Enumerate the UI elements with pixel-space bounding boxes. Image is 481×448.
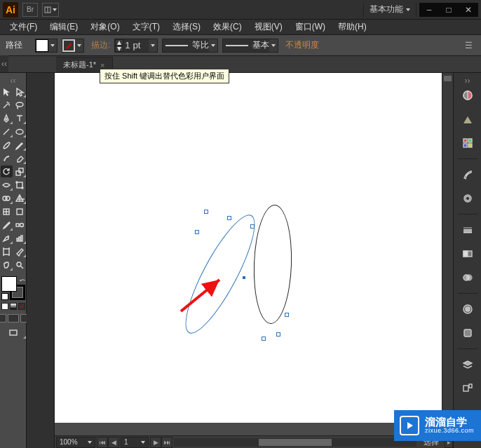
swatches-panel-icon[interactable]	[458, 133, 477, 153]
selection-center[interactable]	[243, 276, 245, 279]
line-tool[interactable]	[1, 125, 13, 137]
width-tool[interactable]	[1, 179, 13, 191]
pen-tool[interactable]	[1, 112, 13, 124]
chevron-down-icon[interactable]	[75, 39, 83, 52]
eyedropper-tool[interactable]	[1, 219, 13, 231]
direct-selection-tool[interactable]	[14, 86, 26, 97]
artboard-next[interactable]: ▶	[150, 437, 161, 448]
color-mode-none[interactable]	[18, 303, 25, 310]
artboard-prev[interactable]: ◀	[108, 437, 119, 448]
mesh-tool[interactable]	[1, 205, 13, 217]
vertical-scrollbar[interactable]	[442, 73, 453, 423]
color-mode-gradient[interactable]	[10, 303, 17, 310]
menu-view[interactable]: 视图(V)	[249, 20, 288, 34]
color-mode-solid[interactable]	[1, 303, 8, 310]
draw-behind[interactable]	[8, 314, 19, 323]
type-tool[interactable]	[14, 112, 26, 124]
stroke-panel-icon[interactable]	[458, 220, 477, 240]
close-button[interactable]: ✕	[459, 3, 478, 17]
scroll-thumb[interactable]	[444, 76, 452, 81]
graphic-styles-panel-icon[interactable]	[458, 323, 477, 343]
minimize-button[interactable]: –	[419, 3, 439, 17]
bridge-button[interactable]: Br	[22, 3, 38, 17]
horizontal-scrollbar[interactable]	[174, 438, 416, 447]
swap-fill-stroke-icon[interactable]: ⤺	[20, 276, 25, 284]
maximize-button[interactable]: □	[439, 3, 459, 17]
selection-handle[interactable]	[227, 216, 231, 220]
layers-panel-icon[interactable]	[458, 355, 477, 374]
selection-handle[interactable]	[276, 332, 280, 337]
zoom-dropdown[interactable]: 100%	[56, 437, 95, 448]
symbols-panel-icon[interactable]	[458, 189, 477, 208]
stroke-swatch[interactable]	[62, 39, 75, 52]
color-guide-panel-icon[interactable]	[458, 109, 477, 129]
rectangle-tool[interactable]	[14, 125, 26, 137]
opacity-link[interactable]: 不透明度	[285, 39, 319, 51]
fill-color-control[interactable]	[35, 39, 57, 53]
selection-handle[interactable]	[195, 230, 199, 234]
slice-tool[interactable]	[14, 245, 26, 257]
transparency-panel-icon[interactable]	[458, 268, 477, 287]
selection-tool[interactable]	[1, 86, 13, 97]
zoom-tool[interactable]	[14, 259, 26, 271]
menu-effect[interactable]: 效果(C)	[208, 20, 248, 34]
default-fill-stroke-icon[interactable]	[1, 293, 8, 300]
scale-tool[interactable]	[14, 165, 26, 177]
chevron-down-icon[interactable]	[149, 39, 157, 52]
artboards-panel-icon[interactable]	[458, 379, 477, 398]
appearance-panel-icon[interactable]	[458, 299, 477, 319]
perspective-tool[interactable]	[14, 192, 26, 204]
menu-object[interactable]: 对象(O)	[85, 20, 125, 34]
tab-close-button[interactable]: ×	[100, 61, 104, 69]
blend-tool[interactable]	[14, 219, 26, 231]
stroke-profile-dropdown[interactable]: 等比	[162, 39, 218, 53]
tools-collapse-button[interactable]: ‹‹	[0, 76, 26, 84]
scroll-thumb[interactable]	[259, 439, 332, 446]
symbol-sprayer-tool[interactable]	[1, 232, 13, 244]
brushes-panel-icon[interactable]	[458, 165, 477, 184]
artboard[interactable]	[55, 73, 453, 423]
artboard-nav-dropdown[interactable]: 1	[121, 437, 149, 448]
paintbrush-tool[interactable]	[1, 139, 13, 151]
gradient-panel-icon[interactable]	[458, 244, 477, 264]
free-transform-tool[interactable]	[14, 179, 26, 191]
magic-wand-tool[interactable]	[1, 99, 13, 111]
color-panel-icon[interactable]	[458, 86, 477, 105]
canvas[interactable]	[55, 73, 453, 435]
rotate-tool[interactable]	[1, 165, 13, 177]
stroke-stepper[interactable]: ▴▾	[115, 39, 123, 52]
toolbar-collapse-toggle[interactable]: ‹‹	[0, 55, 8, 72]
stroke-weight-input[interactable]	[123, 39, 149, 52]
hand-tool[interactable]	[1, 259, 13, 271]
artboard-prev-first[interactable]: ⏮	[97, 437, 108, 448]
control-panel-menu[interactable]: ☰	[461, 39, 475, 53]
lasso-tool[interactable]	[14, 99, 26, 111]
arrange-documents-dropdown[interactable]	[42, 3, 59, 17]
stroke-link[interactable]: 描边:	[91, 39, 110, 51]
eraser-tool[interactable]	[14, 152, 26, 164]
menu-type[interactable]: 文字(T)	[127, 20, 165, 34]
fill-stroke-control[interactable]: ⤺	[1, 276, 25, 300]
selection-handle[interactable]	[285, 313, 289, 317]
pencil-tool[interactable]	[14, 139, 26, 151]
column-graph-tool[interactable]	[14, 232, 26, 244]
artboard-next-last[interactable]: ⏭	[161, 437, 172, 448]
menu-help[interactable]: 帮助(H)	[332, 20, 372, 34]
draw-normal[interactable]	[0, 314, 6, 323]
ellipse-object-1[interactable]	[252, 204, 294, 325]
stroke-weight-field[interactable]: ▴▾	[114, 39, 158, 53]
selection-handle[interactable]	[262, 337, 266, 341]
menu-edit[interactable]: 编辑(E)	[44, 20, 83, 34]
workspace-switcher[interactable]: 基本功能	[363, 3, 416, 17]
artboard-tool[interactable]	[1, 245, 13, 257]
screen-mode-button[interactable]	[1, 327, 26, 339]
selection-handle[interactable]	[204, 210, 208, 214]
menu-select[interactable]: 选择(S)	[167, 20, 206, 34]
right-dock-collapse[interactable]: ››	[454, 76, 481, 83]
menu-file[interactable]: 文件(F)	[4, 20, 43, 34]
blob-brush-tool[interactable]	[1, 152, 13, 164]
brush-definition-dropdown[interactable]: 基本	[222, 39, 278, 53]
shape-builder-tool[interactable]	[1, 192, 13, 204]
selection-handle[interactable]	[250, 224, 255, 229]
gradient-tool[interactable]	[14, 205, 26, 217]
